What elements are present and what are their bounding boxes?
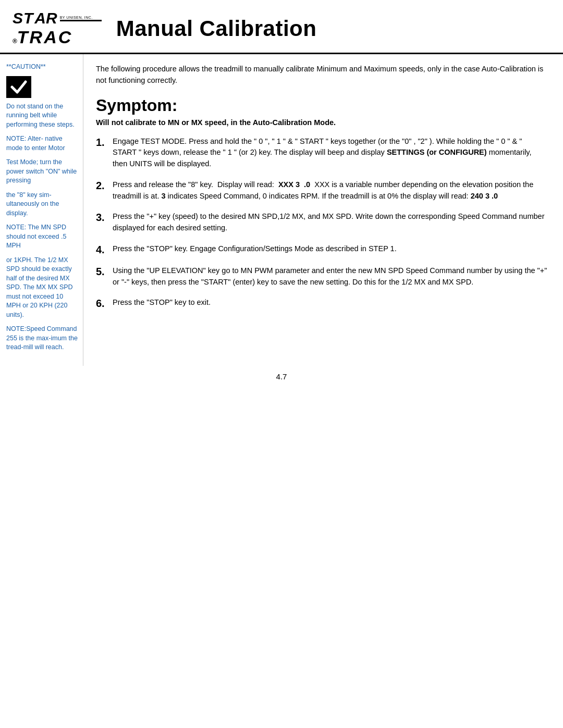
body-content: The following procedure allows the tread…: [83, 54, 563, 366]
sidebar-caution-text: Do not stand on the running belt while p…: [6, 102, 79, 130]
steps-list: 1. Engage TEST MODE. Press and hold the …: [96, 136, 547, 310]
logo-ar-text: AR: [34, 9, 57, 27]
step-5: 5. Using the "UP ELEVATION" key go to MN…: [96, 265, 547, 288]
step-6-text: Press the "STOP" key to exit.: [113, 297, 547, 309]
page-header: STAR BY UNISEN, INC. ® TRAC Manual Calib…: [0, 0, 563, 54]
sidebar-note5: or 1KPH. The 1/2 MX SPD should be exactl…: [6, 256, 79, 320]
step-5-text: Using the "UP ELEVATION" key go to MN PW…: [113, 265, 547, 288]
sidebar: **CAUTION** Do not stand on the running …: [0, 54, 83, 366]
page-number: 4.7: [276, 372, 287, 381]
step-1: 1. Engage TEST MODE. Press and hold the …: [96, 136, 547, 170]
step-1-text: Engage TEST MODE. Press and hold the " 0…: [113, 136, 547, 170]
sidebar-note6: NOTE:Speed Command 255 is the max-imum t…: [6, 325, 79, 352]
sidebar-note2: Test Mode; turn the power switch "ON" wh…: [6, 158, 79, 186]
step-3-num: 3.: [96, 211, 113, 224]
logo-trac: TRAC: [17, 27, 72, 47]
sidebar-note3: the "8" key sim- ultaneously on the disp…: [6, 191, 79, 218]
checkmark-icon: [6, 76, 31, 98]
symptom-title: Symptom:: [96, 96, 547, 115]
page-title: Manual Calibration: [116, 16, 317, 41]
logo-byunisen: BY UNISEN, INC.: [60, 16, 102, 19]
step-2-text: Press and release the "8" key. Display w…: [113, 179, 547, 202]
intro-text: The following procedure allows the tread…: [96, 64, 547, 87]
symptom-subtitle: Will not calibrate to MN or MX speed, in…: [96, 118, 547, 127]
sidebar-note5-text: 1/2 MX SPD should be exactly half of the…: [6, 256, 73, 318]
step-1-num: 1.: [96, 136, 113, 149]
sidebar-caution-section: **CAUTION** Do not stand on the running …: [6, 63, 79, 129]
logo: STAR BY UNISEN, INC. ® TRAC: [13, 9, 102, 47]
main-content: **CAUTION** Do not stand on the running …: [0, 54, 563, 366]
sidebar-note1: NOTE: Alter- native mode to enter Motor: [6, 134, 79, 153]
logo-star-text: ST: [13, 9, 33, 27]
sidebar-note3-text: ultaneously on the display.: [6, 200, 59, 217]
sidebar-note5-label: or 1KPH. The: [6, 256, 46, 264]
step-4-num: 4.: [96, 243, 113, 256]
logo-r: ®: [13, 38, 17, 45]
sidebar-note4: NOTE: The MN SPD should not exceed .5 MP…: [6, 223, 79, 251]
sidebar-note1-label: NOTE: Alter-: [6, 135, 43, 142]
sidebar-note3-label: the "8" key sim-: [6, 191, 52, 199]
step-4-text: Press the "STOP" key. Engage Configurati…: [113, 243, 547, 255]
sidebar-note2-label: Test Mode; turn: [6, 158, 51, 166]
step-2-num: 2.: [96, 179, 113, 192]
step-4: 4. Press the "STOP" key. Engage Configur…: [96, 243, 547, 256]
step-3: 3. Press the "+" key (speed) to the desi…: [96, 211, 547, 234]
page-footer: 4.7: [0, 366, 563, 385]
sidebar-note4-label: NOTE: The MN: [6, 224, 51, 231]
step-6-num: 6.: [96, 297, 113, 310]
step-5-num: 5.: [96, 265, 113, 278]
sidebar-caution-label: **CAUTION**: [6, 63, 79, 72]
sidebar-note6-label: NOTE:Speed: [6, 325, 45, 332]
step-2: 2. Press and release the "8" key. Displa…: [96, 179, 547, 202]
step-3-text: Press the "+" key (speed) to the desired…: [113, 211, 547, 234]
step-6: 6. Press the "STOP" key to exit.: [96, 297, 547, 310]
